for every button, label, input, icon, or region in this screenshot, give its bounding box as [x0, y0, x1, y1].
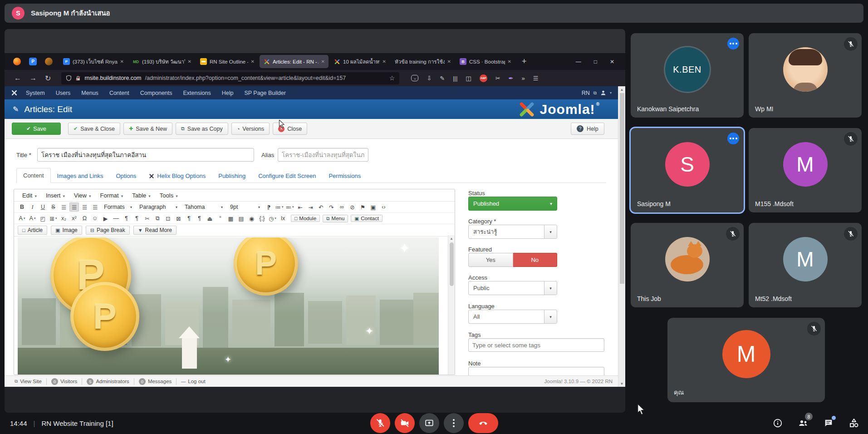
participant-tile[interactable]: M Mt52 .Mdsoft — [749, 223, 862, 307]
align-right-icon[interactable]: ☰ — [80, 202, 89, 212]
contact-button[interactable]: ▣ Contact — [351, 215, 383, 222]
admin-menu-item[interactable]: Users — [56, 90, 71, 96]
font-size-dropdown[interactable]: 9pt — [227, 204, 263, 210]
remove-link-icon[interactable]: ⊘ — [348, 202, 357, 212]
save-new-button[interactable]: ✚ Save & New — [123, 123, 172, 135]
text-color-icon[interactable]: A — [17, 214, 27, 223]
clear-formatting-icon[interactable]: Ix — [278, 214, 288, 223]
page-break-button[interactable]: ⊟ Page Break — [86, 226, 130, 235]
editor-menu-item[interactable]: Format — [95, 192, 128, 199]
underline-icon[interactable]: U — [38, 202, 48, 212]
special-character-icon[interactable]: Ω — [80, 214, 89, 223]
template-icon[interactable]: ▦ — [226, 214, 235, 223]
form-tab[interactable]: Options — [109, 169, 142, 183]
form-tab[interactable]: Content — [16, 168, 51, 183]
forward-icon[interactable]: → — [29, 74, 37, 82]
people-icon[interactable]: 8 — [797, 417, 809, 429]
editor-scrollbar[interactable]: ▲ — [448, 235, 455, 375]
category-select[interactable]: สาระน่ารู้ — [468, 225, 557, 239]
preview-icon[interactable]: ◉ — [247, 214, 256, 223]
admin-menu-item[interactable]: Content — [109, 90, 129, 96]
admin-menu-item[interactable]: Menus — [81, 90, 98, 96]
end-call-button[interactable] — [468, 413, 498, 433]
save-button[interactable]: ✔ Save — [12, 123, 61, 135]
editor-scrollbar-thumb[interactable] — [450, 242, 454, 286]
scroll-down-icon[interactable]: ▼ — [618, 382, 625, 386]
access-select[interactable]: Public — [468, 281, 557, 295]
print-icon[interactable]: ▤ — [236, 214, 246, 223]
more-options-button[interactable] — [444, 413, 464, 433]
browser-tab[interactable]: หัวข้อ training การใช้งานเว็ ✕ — [391, 55, 455, 68]
participant-tile[interactable]: M คุณ — [667, 318, 825, 402]
editor-menu-item[interactable]: Table — [128, 192, 155, 199]
window-restore-icon[interactable]: □ — [594, 59, 597, 65]
pen-icon[interactable]: ✎ — [440, 75, 445, 82]
form-tab[interactable]: Permissions — [322, 169, 367, 183]
participant-tile[interactable]: K.BEN Kanokwan Saipetchra — [631, 33, 744, 118]
download-icon[interactable]: ⇩ — [427, 75, 432, 82]
sidebar-icon[interactable]: ◫ — [466, 75, 471, 82]
tags-input[interactable] — [468, 338, 604, 352]
pinned-tab-moth-icon[interactable] — [45, 58, 53, 65]
statusbar-item[interactable]: 0 Messages — [134, 378, 177, 385]
tab-close-icon[interactable]: ✕ — [120, 59, 124, 64]
close-button[interactable]: ✕ Close — [273, 123, 307, 135]
ltr-icon[interactable]: ¶ — [122, 214, 131, 223]
highlight-color-icon[interactable]: A — [28, 214, 37, 223]
bold-icon[interactable]: B — [17, 202, 27, 212]
code-sample-icon[interactable]: {;} — [257, 214, 267, 223]
browser-tab[interactable]: Articles: Edit - RN - A ✕ — [260, 55, 329, 68]
chat-icon[interactable] — [823, 417, 834, 429]
browser-tab[interactable]: RN Site Outline - Goo ✕ — [196, 55, 258, 68]
editor-menu-item[interactable]: Edit — [18, 192, 41, 199]
decrease-indent-icon[interactable]: ⇤ — [295, 202, 305, 212]
paragraph-dropdown[interactable]: Paragraph — [137, 204, 180, 210]
new-tab-button[interactable]: + — [522, 57, 527, 66]
admin-menu-item[interactable]: SP Page Builder — [244, 90, 286, 96]
tab-close-icon[interactable]: ✕ — [188, 59, 191, 64]
align-left-icon[interactable]: ☰ — [59, 202, 69, 212]
insert-image-icon[interactable]: ▣ — [368, 202, 378, 212]
anchor-icon[interactable]: ⚑ — [358, 202, 368, 212]
help-button[interactable]: ? Help — [571, 123, 604, 135]
insert-table-icon[interactable]: ⊞ — [49, 214, 58, 223]
copy-icon[interactable]: ⧉ — [153, 214, 162, 223]
overflow-icon[interactable]: » — [521, 75, 525, 82]
admin-menu-item[interactable]: Help — [222, 90, 234, 96]
browser-tab[interactable]: P (373) เว็บไซต์ Rnyard ✕ — [59, 55, 128, 68]
editor-menu-item[interactable]: Tools — [155, 192, 182, 199]
pocket-icon[interactable]: ⌄ — [411, 75, 418, 81]
participant-tile[interactable]: This Job — [631, 223, 744, 307]
page-embed-icon[interactable]: ⏏ — [205, 214, 215, 223]
strikethrough-icon[interactable]: S — [49, 202, 58, 212]
back-icon[interactable]: ← — [14, 74, 21, 82]
note-input[interactable] — [468, 367, 604, 375]
insert-media-icon[interactable]: ▶ — [101, 214, 110, 223]
title-input[interactable] — [37, 148, 254, 162]
participant-tile[interactable]: M M155 .Mdsoft — [749, 128, 862, 212]
align-center-icon[interactable]: ☰ — [69, 202, 79, 212]
form-tab[interactable]: Helix Blog Options — [142, 169, 212, 183]
formats-dropdown[interactable]: Formats — [101, 204, 135, 210]
tab-close-icon[interactable]: ✕ — [251, 59, 255, 64]
editor-menu-item[interactable]: Insert — [41, 192, 69, 199]
window-close-icon[interactable]: ✕ — [610, 59, 614, 65]
page-scrollbar-thumb[interactable] — [620, 93, 624, 284]
window-minimize-icon[interactable]: — — [576, 59, 581, 65]
rtl-icon[interactable]: ¶ — [132, 214, 142, 223]
increase-indent-icon[interactable]: ⇥ — [306, 202, 315, 212]
status-select[interactable]: Published — [468, 197, 557, 211]
tab-close-icon[interactable]: ✕ — [383, 59, 386, 64]
cut-icon[interactable]: ✂ — [142, 214, 152, 223]
screenshot-icon[interactable]: ✂ — [495, 75, 500, 82]
superscript-icon[interactable]: x² — [69, 214, 79, 223]
reload-icon[interactable]: ↻ — [45, 74, 51, 83]
save-as-copy-button[interactable]: ⧉ Save as Copy — [176, 123, 228, 135]
featured-no-button[interactable]: No — [513, 253, 558, 267]
statusbar-item[interactable]: ⧉ View Site — [10, 378, 47, 385]
browser-tab[interactable]: B CSS · Bootstrap ✕ — [456, 55, 515, 68]
info-icon[interactable] — [772, 417, 784, 429]
versions-button[interactable]: ◔ Versions — [231, 123, 270, 135]
participant-tile[interactable]: Wp MI — [749, 33, 862, 118]
align-justify-icon[interactable]: ☰ — [90, 202, 100, 212]
